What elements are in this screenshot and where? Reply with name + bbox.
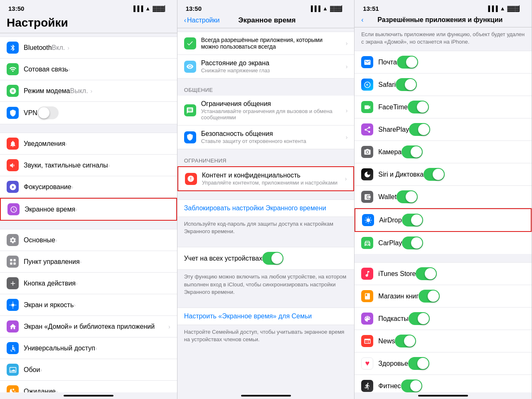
shareplay-item[interactable]: SharePlay	[355, 118, 532, 141]
content-privacy-text: Контент и конфиденциальность Управляйте …	[202, 172, 345, 186]
safari-label: Safari	[378, 81, 396, 89]
always-icon	[184, 37, 196, 49]
accessibility-item[interactable]: Универсальный доступ ›	[0, 337, 177, 359]
safari-item[interactable]: Safari	[355, 74, 532, 96]
communication-header: ОБЩЕНИЕ	[177, 87, 355, 96]
health-item[interactable]: ♥ Здоровье	[355, 352, 532, 375]
settings-list-1[interactable]: Bluetooth Вкл. › Сотовая связь › Режим м…	[0, 33, 177, 392]
distance-item[interactable]: Расстояние до экрана Снижайте напряжение…	[177, 55, 355, 79]
vpn-item[interactable]: VPN	[0, 102, 177, 124]
news-icon	[361, 335, 373, 347]
itunes-toggle[interactable]	[416, 267, 437, 280]
mail-toggle[interactable]	[397, 56, 418, 69]
standby-item[interactable]: Ожидание ›	[0, 381, 177, 392]
safari-toggle[interactable]	[396, 78, 417, 91]
signal-icon-1: ▐▐▐	[132, 5, 143, 12]
status-bar-3: 13:51 ▐▐▐ ▲ ▓▓▓▏	[355, 0, 532, 15]
shareplay-toggle[interactable]	[409, 123, 430, 136]
carplay-icon	[361, 237, 373, 249]
focus-item[interactable]: Фокусирование ›	[0, 176, 177, 198]
time-2: 13:50	[186, 5, 202, 12]
notifications-chevron: ›	[65, 140, 67, 147]
signal-icon-2: ▐▐▐	[309, 5, 320, 12]
health-toggle[interactable]	[408, 357, 429, 370]
camera-toggle[interactable]	[401, 145, 423, 158]
books-item[interactable]: Магазин книг	[355, 285, 532, 308]
wifi-icon-3: ▲	[500, 5, 505, 12]
airdrop-toggle[interactable]	[402, 214, 423, 227]
siri2-toggle[interactable]	[424, 168, 445, 181]
podcasts-toggle[interactable]	[409, 312, 430, 325]
camera-item[interactable]: Камера	[355, 141, 532, 163]
facetime-toggle[interactable]	[408, 101, 429, 113]
carplay-item[interactable]: CarPlay	[355, 232, 532, 254]
content-privacy-item[interactable]: Контент и конфиденциальность Управляйте …	[177, 166, 355, 191]
panel-screentime: 13:50 ▐▐▐ ▲ ▓▓▓▏ ‹ Настройки Экранное вр…	[177, 0, 355, 399]
display-item[interactable]: Экран и яркость ›	[0, 294, 177, 316]
fitness-item[interactable]: Фитнес	[355, 375, 532, 392]
wallpaper-item[interactable]: Обои ›	[0, 359, 177, 381]
books-icon	[361, 290, 373, 302]
modem-chevron: ›	[91, 88, 93, 94]
wifi-icon-1: ▲	[145, 5, 150, 12]
lock-settings-link[interactable]: Заблокировать настройки Экранного времен…	[177, 200, 355, 217]
all-devices-toggle[interactable]	[262, 252, 283, 265]
facetime-icon	[361, 101, 373, 113]
siri2-item[interactable]: Siri и Диктовка	[355, 163, 532, 186]
all-devices-item[interactable]: Учет на всех устройствах	[177, 247, 355, 270]
news-toggle[interactable]	[395, 335, 416, 347]
comm-limits-sublabel: Устанавливайте ограничения для вызовов и…	[201, 108, 346, 121]
always-allowed-item[interactable]: Всегда разрешённые приложения, которымим…	[177, 32, 355, 55]
vpn-icon	[7, 107, 19, 119]
distance-text: Расстояние до экрана Снижайте напряжение…	[201, 59, 346, 74]
settings-list-3[interactable]: Почта Safari FaceTime	[355, 51, 532, 392]
carplay-label: CarPlay	[378, 239, 402, 247]
wallet-toggle[interactable]	[397, 190, 418, 203]
home-item[interactable]: Экран «Домой» и библиотека приложений ›	[0, 316, 177, 337]
content-privacy-icon	[185, 173, 197, 185]
itunes-item[interactable]: iTunes Store	[355, 262, 532, 285]
family-link[interactable]: Настроить «Экранное время» для Семьи	[177, 308, 355, 325]
notifications-label: Уведомления	[24, 140, 65, 148]
bluetooth-item[interactable]: Bluetooth Вкл. ›	[0, 37, 177, 59]
mail-item[interactable]: Почта	[355, 51, 532, 74]
family-group: Настроить «Экранное время» для Семьи Нас…	[177, 308, 355, 347]
notifications-item[interactable]: Уведомления ›	[0, 133, 177, 155]
airdrop-item[interactable]: AirDrop	[355, 208, 532, 232]
wallet-item[interactable]: Wallet	[355, 186, 532, 208]
comm-limits-item[interactable]: Ограничения общения Устанавливайте огран…	[177, 96, 355, 126]
screentime-chevron: ›	[75, 206, 77, 213]
distance-label: Расстояние до экрана	[201, 59, 346, 67]
wallpaper-chevron: ›	[40, 367, 42, 373]
back-button-3[interactable]: ‹	[361, 16, 363, 24]
itunes-label: iTunes Store	[378, 270, 416, 278]
general-item[interactable]: Основные ›	[0, 229, 177, 251]
podcasts-item[interactable]: Подкасты	[355, 308, 532, 330]
action-item[interactable]: Кнопка действия ›	[0, 273, 177, 294]
carplay-toggle[interactable]	[402, 236, 423, 249]
news-item[interactable]: News	[355, 330, 532, 352]
home-indicator-3	[418, 395, 468, 397]
screentime-item[interactable]: Экранное время ›	[0, 198, 177, 221]
books-toggle[interactable]	[419, 290, 440, 303]
general-chevron: ›	[55, 237, 57, 244]
sounds-item[interactable]: Звуки, тактильные сигналы ›	[0, 155, 177, 176]
cellular-item[interactable]: Сотовая связь ›	[0, 59, 177, 80]
fitness-toggle[interactable]	[401, 379, 422, 392]
communication-group: ОБЩЕНИЕ Ограничения общения Устанавливай…	[177, 87, 355, 149]
restrictions-header: ОГРАНИЧЕНИЯ	[177, 158, 355, 166]
back-button-2[interactable]: ‹ Настройки	[184, 17, 220, 24]
facetime-item[interactable]: FaceTime	[355, 96, 532, 118]
comm-safety-item[interactable]: Безопасность общения Ставьте защиту от о…	[177, 126, 355, 149]
focus-chevron: ›	[71, 184, 74, 190]
camera-label: Камера	[378, 148, 401, 156]
modem-icon	[7, 85, 19, 97]
facetime-label: FaceTime	[378, 103, 408, 111]
vpn-toggle[interactable]	[37, 106, 59, 119]
battery-icon-3: ▓▓▓▏	[507, 5, 523, 12]
settings-list-2[interactable]: Всегда разрешённые приложения, которымим…	[177, 28, 355, 392]
control-item[interactable]: Пункт управления ›	[0, 251, 177, 273]
modem-item[interactable]: Режим модема Выкл. ›	[0, 80, 177, 102]
bluetooth-icon	[7, 42, 19, 54]
svg-rect-2	[10, 262, 12, 264]
